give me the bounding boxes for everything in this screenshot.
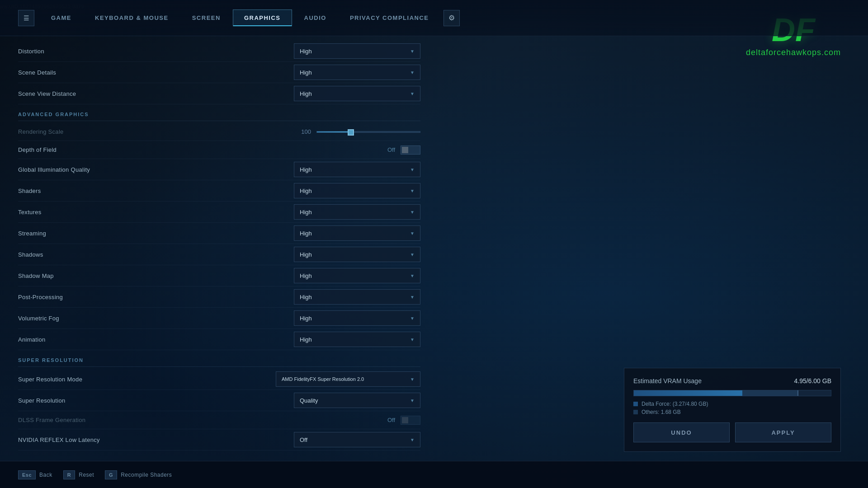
tab-game[interactable]: GAME xyxy=(40,9,83,26)
back-key: Esc xyxy=(18,470,36,479)
super-resolution-dropdown[interactable]: Quality ▼ xyxy=(294,393,420,408)
global-illumination-value: High xyxy=(300,166,312,173)
setting-row-shaders: Shaders High ▼ xyxy=(18,180,420,202)
animation-dropdown[interactable]: High ▼ xyxy=(294,332,420,347)
super-resolution-mode-value: AMD FidelityFX Super Resolution 2.0 xyxy=(282,376,364,382)
settings-scroll[interactable]: Distortion High ▼ Scene Details High ▼ S… xyxy=(18,41,425,461)
streaming-dropdown[interactable]: High ▼ xyxy=(294,225,420,241)
super-resolution-mode-dropdown[interactable]: AMD FidelityFX Super Resolution 2.0 ▼ xyxy=(276,371,420,387)
reset-button[interactable]: R Reset xyxy=(63,470,94,479)
back-button[interactable]: Esc Back xyxy=(18,470,52,479)
settings-panel: Distortion High ▼ Scene Details High ▼ S… xyxy=(18,36,425,461)
depth-of-field-label: Depth of Field xyxy=(18,146,57,153)
setting-row-streaming: Streaming High ▼ xyxy=(18,223,420,244)
setting-row-animation: Animation High ▼ xyxy=(18,329,420,350)
super-resolution-arrow: ▼ xyxy=(410,398,415,403)
nav-right-icon-button[interactable]: ⚙ xyxy=(443,10,460,26)
apply-button[interactable]: APPLY xyxy=(735,422,831,442)
global-illumination-dropdown[interactable]: High ▼ xyxy=(294,162,420,177)
setting-row-textures: Textures High ▼ xyxy=(18,202,420,223)
shaders-arrow: ▼ xyxy=(410,188,415,193)
volumetric-fog-arrow: ▼ xyxy=(410,316,415,321)
shadows-arrow: ▼ xyxy=(410,252,415,257)
setting-row-scene-view-distance: Scene View Distance High ▼ xyxy=(18,83,420,104)
rendering-scale-thumb[interactable] xyxy=(348,129,354,136)
setting-row-volumetric-fog: Volumetric Fog High ▼ xyxy=(18,308,420,329)
volumetric-fog-dropdown[interactable]: High ▼ xyxy=(294,310,420,326)
nvidia-reflex-value: Off xyxy=(300,436,307,443)
scene-details-label: Scene Details xyxy=(18,69,56,76)
setting-row-super-resolution: Super Resolution Quality ▼ xyxy=(18,390,420,411)
scene-view-distance-dropdown[interactable]: High ▼ xyxy=(294,86,420,101)
depth-of-field-toggle-container: Off xyxy=(387,145,420,155)
shadows-dropdown[interactable]: High ▼ xyxy=(294,247,420,262)
textures-label: Textures xyxy=(18,209,42,216)
depth-of-field-toggle[interactable] xyxy=(401,145,420,155)
vram-bar-marker xyxy=(797,390,798,396)
distortion-dropdown[interactable]: High ▼ xyxy=(294,43,420,59)
tab-graphics[interactable]: GRAPHICS xyxy=(233,9,292,26)
super-resolution-label: Super Resolution xyxy=(18,397,66,404)
vram-amount: 4.95/6.00 GB xyxy=(794,377,831,385)
top-navigation: ☰ GAME KEYBOARD & MOUSE SCREEN GRAPHICS … xyxy=(0,0,868,36)
distortion-label: Distortion xyxy=(18,48,44,55)
vram-header: Estimated VRAM Usage 4.95/6.00 GB xyxy=(633,377,831,385)
scene-details-arrow: ▼ xyxy=(410,70,415,75)
nvidia-reflex-label: NVIDIA REFLEX Low Latency xyxy=(18,436,100,443)
recompile-shaders-button[interactable]: G Recompile Shaders xyxy=(105,470,172,479)
undo-button[interactable]: UNDO xyxy=(633,422,730,442)
shadows-label: Shadows xyxy=(18,251,43,258)
scene-details-dropdown[interactable]: High ▼ xyxy=(294,65,420,80)
gear-icon: ⚙ xyxy=(448,14,455,22)
depth-of-field-toggle-label: Off xyxy=(387,146,395,153)
shaders-label: Shaders xyxy=(18,188,41,194)
super-resolution-value: Quality xyxy=(300,397,318,404)
animation-label: Animation xyxy=(18,336,46,343)
back-label: Back xyxy=(39,472,52,478)
volumetric-fog-value: High xyxy=(300,315,312,322)
rendering-scale-slider-container: 100 xyxy=(64,128,420,135)
animation-value: High xyxy=(300,336,312,343)
streaming-arrow: ▼ xyxy=(410,231,415,236)
post-processing-dropdown[interactable]: High ▼ xyxy=(294,289,420,305)
setting-row-depth-of-field: Depth of Field Off xyxy=(18,141,420,159)
tab-privacy-compliance[interactable]: PRIVACY COMPLIANCE xyxy=(339,9,440,26)
shadow-map-label: Shadow Map xyxy=(18,272,54,279)
post-processing-label: Post-Processing xyxy=(18,294,63,300)
shaders-dropdown[interactable]: High ▼ xyxy=(294,183,420,198)
reset-key: R xyxy=(63,470,75,479)
setting-row-post-processing: Post-Processing High ▼ xyxy=(18,286,420,308)
reset-label: Reset xyxy=(79,472,94,478)
shadow-map-arrow: ▼ xyxy=(410,273,415,278)
rendering-scale-track[interactable] xyxy=(316,131,420,133)
rendering-scale-value: 100 xyxy=(297,128,311,135)
setting-row-dlss-frame-generation: DLSS Frame Generation Off xyxy=(18,411,420,429)
vram-legend-delta-force-label: Delta Force: (3.27/4.80 GB) xyxy=(642,401,708,407)
textures-dropdown[interactable]: High ▼ xyxy=(294,204,420,220)
textures-value: High xyxy=(300,209,312,216)
post-processing-value: High xyxy=(300,294,312,300)
menu-icon: ☰ xyxy=(24,14,29,22)
scene-details-value: High xyxy=(300,69,312,76)
distortion-value: High xyxy=(300,48,312,55)
vram-bar-other xyxy=(742,390,797,396)
dlss-frame-generation-toggle[interactable] xyxy=(401,416,420,425)
dlss-frame-generation-knob xyxy=(402,417,408,423)
vram-legend-others-label: Others: 1.68 GB xyxy=(642,409,681,415)
rendering-scale-fill xyxy=(317,131,351,132)
nav-left-icon-button[interactable]: ☰ xyxy=(18,10,34,26)
shadow-map-dropdown[interactable]: High ▼ xyxy=(294,268,420,283)
scene-view-distance-value: High xyxy=(300,90,312,97)
vram-legend-dot-delta-force xyxy=(633,402,638,406)
tab-audio[interactable]: AUDIO xyxy=(293,9,338,26)
recompile-label: Recompile Shaders xyxy=(121,472,172,478)
tab-keyboard-mouse[interactable]: KEYBOARD & MOUSE xyxy=(84,9,180,26)
bottom-bar: Esc Back R Reset G Recompile Shaders xyxy=(0,461,868,488)
tab-screen[interactable]: SCREEN xyxy=(181,9,232,26)
nvidia-reflex-dropdown[interactable]: Off ▼ xyxy=(294,432,420,447)
nav-tabs: GAME KEYBOARD & MOUSE SCREEN GRAPHICS AU… xyxy=(40,9,440,26)
setting-row-global-illumination: Global Illumination Quality High ▼ xyxy=(18,159,420,180)
recompile-key: G xyxy=(105,470,117,479)
advanced-graphics-header: ADVANCED GRAPHICS xyxy=(18,104,420,121)
dlss-frame-generation-label: DLSS Frame Generation xyxy=(18,417,85,423)
